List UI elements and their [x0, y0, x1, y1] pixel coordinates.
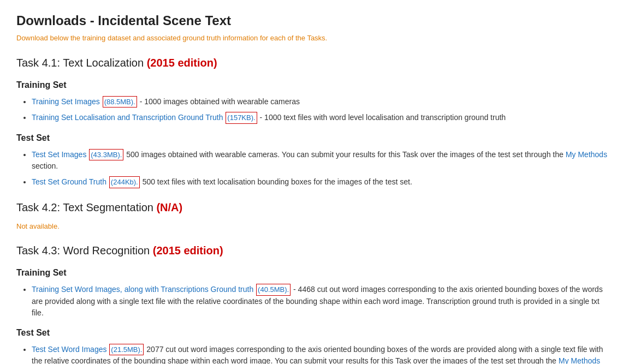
- task41-test-list: Test Set Images (43.3MB). 500 images obt…: [16, 149, 612, 188]
- task41-training-gt-link[interactable]: Training Set Localisation and Transcript…: [32, 113, 223, 122]
- task43-training-images-link[interactable]: Training Set Word Images, along with Tra…: [32, 285, 253, 294]
- list-item: Test Set Ground Truth (244Kb). 500 text …: [32, 176, 612, 188]
- list-item: Training Set Word Images, along with Tra…: [32, 284, 612, 319]
- task41-test-label: Test Set: [16, 132, 612, 145]
- task43-training-images-size: (40.5MB).: [256, 284, 291, 296]
- task41-training-images-desc: - 1000 images obtained with wearable cam…: [140, 97, 300, 106]
- task42-not-available: Not available.: [16, 221, 612, 232]
- task43-test-label: Test Set: [16, 326, 612, 339]
- task41-test-gt-desc: 500 text files with text localisation bo…: [143, 177, 412, 186]
- list-item: Test Set Images (43.3MB). 500 images obt…: [32, 149, 612, 172]
- task43-test-images-size: (21.5MB).: [109, 344, 144, 356]
- task42-heading: Task 4.2: Text Segmentation (N/A): [16, 199, 612, 216]
- list-item: Training Set Images (88.5MB). - 1000 ima…: [32, 96, 612, 108]
- task41-training-images-size: (88.5MB).: [103, 96, 137, 108]
- task43-test-list: Test Set Word Images (21.5MB). 2077 cut …: [16, 344, 612, 365]
- task43-test-images-link[interactable]: Test Set Word Images: [32, 345, 106, 354]
- page-subtitle: Download below the training dataset and …: [16, 33, 612, 44]
- task43-my-methods-link[interactable]: My Methods: [559, 356, 600, 364]
- task41-heading: Task 4.1: Text Localization (2015 editio…: [16, 55, 612, 71]
- task41-test-images-section: section.: [32, 162, 58, 170]
- task43-training-list: Training Set Word Images, along with Tra…: [16, 284, 612, 319]
- task41-test-gt-link[interactable]: Test Set Ground Truth: [32, 177, 106, 186]
- task41-training-images-link[interactable]: Training Set Images: [32, 97, 100, 106]
- task41-test-images-size: (43.3MB).: [89, 149, 123, 161]
- task41-test-images-desc: 500 images obtained with wearable camera…: [126, 150, 565, 159]
- task41-training-gt-size: (157KB).: [226, 112, 257, 124]
- task41-training-label: Training Set: [16, 79, 612, 92]
- task41-training-gt-desc: - 1000 text files with word level locali…: [260, 113, 506, 122]
- task41-test-gt-size: (244Kb).: [109, 176, 140, 188]
- task41-my-methods-link[interactable]: My Methods: [566, 150, 607, 159]
- list-item: Training Set Localisation and Transcript…: [32, 112, 612, 124]
- task41-test-images-link[interactable]: Test Set Images: [32, 150, 86, 159]
- page-title: Downloads - Incidental Scene Text: [16, 11, 612, 31]
- task43-heading: Task 4.3: Word Recognition (2015 edition…: [16, 242, 612, 259]
- task43-training-label: Training Set: [16, 266, 612, 279]
- task41-training-list: Training Set Images (88.5MB). - 1000 ima…: [16, 96, 612, 124]
- list-item: Test Set Word Images (21.5MB). 2077 cut …: [32, 344, 612, 365]
